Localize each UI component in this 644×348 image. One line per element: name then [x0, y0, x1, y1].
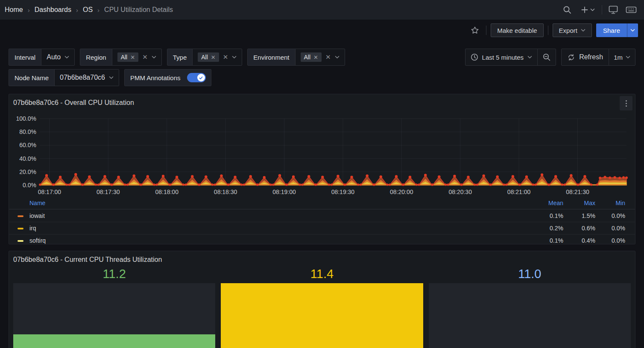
star-dashboard-button[interactable]: [468, 23, 482, 37]
series-mean: 0.1%: [529, 212, 563, 219]
type-chip-label: All: [201, 54, 208, 61]
chevron-down-icon: [590, 8, 595, 12]
series-color-swatch: [18, 215, 23, 217]
region-select[interactable]: All ✕ ✕: [112, 49, 161, 65]
series-min: 0.0%: [591, 237, 625, 244]
interval-select[interactable]: Auto: [41, 49, 74, 65]
panel-overall-cpu-utilization: 07b6be8a70c6 - Overall CPU Utilization 0…: [9, 94, 635, 244]
interval-label: Interval: [9, 49, 41, 65]
breadcrumb-separator: ›: [97, 6, 100, 14]
gauge-fill: [13, 334, 215, 348]
environment-chip-all[interactable]: All ✕: [301, 52, 322, 62]
breadcrumb-separator: ›: [76, 6, 78, 14]
legend-column-mean[interactable]: Mean: [529, 200, 563, 206]
chevron-down-icon: [109, 76, 114, 79]
clear-selection-icon[interactable]: ✕: [142, 53, 148, 61]
remove-chip-icon[interactable]: ✕: [211, 54, 216, 61]
chevron-down-icon: [152, 55, 156, 59]
refresh-interval-select[interactable]: 1m: [609, 49, 635, 65]
time-picker: Last 5 minutes: [465, 49, 556, 66]
bar-gauge-thread-3: 11.0: [429, 267, 631, 348]
legend-row-irq[interactable]: irq 0.2% 0.6% 0.0%: [9, 222, 635, 234]
remove-chip-icon[interactable]: ✕: [313, 54, 318, 61]
legend-row-softirq[interactable]: softirq 0.1% 0.4% 0.0%: [9, 234, 635, 244]
environment-select[interactable]: All ✕ ✕: [296, 49, 345, 65]
series-min: 0.0%: [591, 225, 625, 232]
search-icon: [562, 5, 572, 14]
type-select[interactable]: All ✕ ✕: [193, 49, 242, 65]
make-editable-button[interactable]: Make editable: [491, 23, 543, 37]
legend-row-iowait[interactable]: iowait 0.1% 1.5% 0.0%: [9, 209, 635, 222]
node-name-select[interactable]: 07b6be8a70c6: [55, 70, 119, 86]
gauge-track: [221, 283, 423, 348]
legend-column-max[interactable]: Max: [561, 200, 595, 206]
breadcrumb-os[interactable]: OS: [83, 6, 93, 14]
top-nav-bar: Home › Dashboards › OS › CPU Utilization…: [0, 0, 644, 20]
kiosk-mode-button[interactable]: [606, 3, 620, 17]
breadcrumb-home[interactable]: Home: [5, 6, 23, 14]
variables-row-2: Node Name 07b6be8a70c6 PMM Annotations: [9, 69, 211, 86]
gauge-value: 11.2: [13, 267, 215, 283]
bar-gauge-group: 11.2 11.4 11.0: [13, 267, 631, 348]
export-button-label: Export: [559, 27, 577, 34]
refresh-picker: Refresh 1m: [561, 49, 635, 66]
refresh-label: Refresh: [579, 53, 603, 61]
share-button-group: Share: [596, 23, 638, 37]
region-chip-label: All: [121, 54, 128, 61]
series-max: 1.5%: [561, 212, 595, 219]
star-icon: [470, 26, 480, 35]
gauge-track: [13, 283, 215, 348]
refresh-interval-value: 1m: [614, 54, 623, 61]
type-chip-all[interactable]: All ✕: [198, 52, 219, 62]
pmm-annotations-label: PMM Annotations: [125, 70, 186, 86]
chevron-down-icon: [630, 29, 635, 32]
pmm-annotations-toggle[interactable]: [187, 73, 206, 82]
chevron-down-icon: [581, 29, 585, 32]
region-chip-all[interactable]: All ✕: [117, 52, 138, 62]
clear-selection-icon[interactable]: ✕: [223, 53, 228, 61]
interval-value: Auto: [47, 53, 61, 61]
keyboard-shortcuts-button[interactable]: [624, 3, 638, 17]
variable-interval: Interval Auto: [9, 49, 75, 66]
chevron-down-icon: [626, 55, 630, 59]
chevron-down-icon: [527, 55, 532, 59]
breadcrumb-dashboards[interactable]: Dashboards: [35, 6, 71, 14]
clear-selection-icon[interactable]: ✕: [325, 53, 331, 61]
refresh-button[interactable]: Refresh: [562, 49, 609, 65]
legend-header: Name Mean Max Min: [9, 198, 635, 209]
gauge-value: 11.0: [429, 267, 631, 283]
node-name-value: 07b6be8a70c6: [60, 74, 105, 81]
series-name: irq: [29, 225, 36, 232]
new-dashboard-button[interactable]: [578, 3, 597, 17]
time-range-label: Last 5 minutes: [482, 54, 524, 61]
share-menu-caret[interactable]: [627, 23, 638, 37]
export-button[interactable]: Export: [553, 23, 592, 37]
series-min: 0.0%: [591, 212, 625, 219]
series-mean: 0.2%: [529, 225, 563, 232]
zoom-out-time-button[interactable]: [537, 49, 556, 65]
series-max: 0.6%: [561, 225, 595, 232]
panel-title[interactable]: 07b6be8a70c6 - Current CPU Threads Utili…: [13, 256, 162, 264]
gauge-fill: [221, 283, 423, 348]
plus-icon: [581, 6, 588, 14]
remove-chip-icon[interactable]: ✕: [130, 54, 135, 61]
time-range-button[interactable]: Last 5 minutes: [465, 49, 538, 65]
bar-gauge-thread-2: 11.4: [221, 267, 423, 348]
series-color-swatch: [18, 240, 23, 242]
share-button[interactable]: Share: [596, 23, 627, 37]
clock-icon: [471, 53, 478, 61]
monitor-icon: [608, 5, 618, 14]
toolbar-divider: [486, 26, 486, 35]
series-name: iowait: [29, 212, 45, 219]
chevron-down-icon: [64, 55, 69, 59]
gauge-track: [429, 283, 631, 348]
environment-label: Environment: [248, 49, 295, 65]
search-button[interactable]: [560, 3, 574, 17]
toolbar-divider: [548, 26, 548, 35]
legend-column-min[interactable]: Min: [591, 200, 625, 206]
keyboard-icon: [626, 6, 637, 14]
pmm-annotations-control: PMM Annotations: [124, 69, 211, 86]
legend-column-name[interactable]: Name: [29, 200, 45, 206]
chevron-down-icon: [335, 55, 340, 59]
variables-row: Interval Auto Region All ✕ ✕ Type All ✕: [9, 49, 635, 66]
